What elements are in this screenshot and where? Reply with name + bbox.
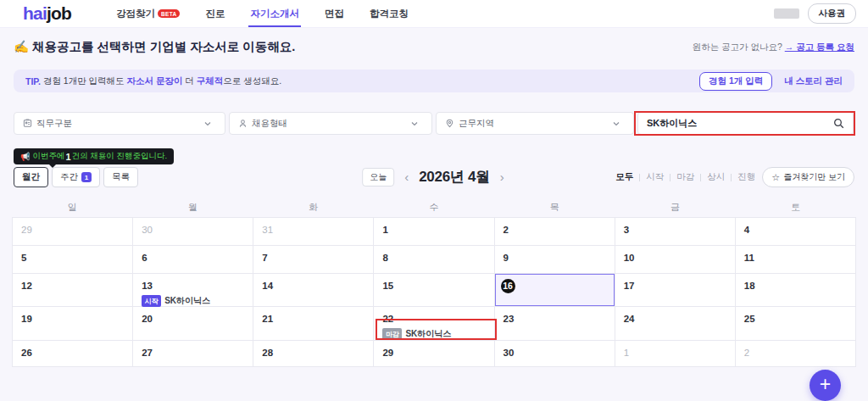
add-button[interactable]: + (810, 370, 841, 401)
calendar-cell[interactable]: 18 (736, 274, 855, 306)
status-filter-진행[interactable]: 진행 (737, 171, 755, 183)
search-input[interactable] (647, 119, 833, 129)
calendar-cell[interactable]: 11 (736, 246, 855, 273)
license-button[interactable]: 사용권 (808, 3, 857, 24)
calendar-cell[interactable]: 15 (374, 274, 493, 306)
calendar-cell[interactable]: 5 (13, 246, 132, 273)
nav-item-면접[interactable]: 면접 (312, 0, 357, 27)
headline-row: ✍️채용공고를 선택하면 기업별 자소서로 이동해요. 원하는 공고가 없나요?… (14, 39, 854, 55)
calendar-cell[interactable]: 20 (133, 307, 253, 340)
calendar-cell[interactable]: 1 (615, 341, 735, 366)
calendar-cell[interactable]: 10 (615, 246, 735, 273)
filter-bar: 직무구분 채용형태 근무지역 (14, 112, 854, 135)
nav-item-진로[interactable]: 진로 (192, 0, 237, 27)
view-button-목록[interactable]: 목록 (103, 167, 138, 187)
calendar-cell[interactable]: 29 (13, 218, 132, 245)
calendar-cell[interactable]: 31 (253, 218, 373, 245)
person-icon (238, 119, 248, 128)
calendar-cell[interactable]: 25 (736, 307, 855, 340)
nav-item-label: 강점찾기 (116, 8, 155, 20)
status-filter-모두[interactable]: 모두 (615, 171, 633, 183)
calendar-cell[interactable]: 30 (133, 218, 253, 245)
event-label: SK하이닉스 (405, 328, 451, 340)
nav-item-합격코칭[interactable]: 합격코칭 (357, 0, 421, 27)
location-pin-icon (445, 119, 454, 128)
day-header: 토 (736, 198, 856, 216)
nav-item-자기소개서[interactable]: 자기소개서 (237, 0, 312, 27)
calendar-cell[interactable]: 28 (253, 341, 373, 366)
logo[interactable]: haijob (23, 3, 71, 24)
status-filter-시작[interactable]: 시작 (646, 171, 664, 183)
favorites-only-button[interactable]: ☆ 즐겨찾기만 보기 (762, 167, 854, 187)
date-number: 26 (21, 348, 32, 358)
nav-item-label: 진로 (205, 8, 225, 20)
calendar-cell[interactable]: 24 (615, 307, 735, 340)
calendar-cell[interactable]: 22마감SK하이닉스 (374, 307, 493, 340)
view-button-주간[interactable]: 주간1 (52, 167, 100, 187)
day-header: 화 (253, 198, 374, 216)
view-button-label: 월간 (22, 171, 40, 183)
company-search-box[interactable] (637, 112, 854, 135)
id-card-icon (23, 119, 32, 128)
calendar-cell[interactable]: 14 (253, 274, 373, 306)
calendar-cell[interactable]: 1 (374, 218, 493, 245)
calendar-cell[interactable]: 23 (495, 307, 615, 340)
register-notice-link[interactable]: → 공고 등록 요청 (785, 42, 854, 52)
calendar-cell[interactable]: 12 (13, 274, 132, 306)
separator (700, 174, 701, 181)
search-icon[interactable] (833, 118, 844, 129)
event-badge: 마감 (382, 328, 402, 340)
date-number: 27 (142, 348, 153, 358)
calendar-cell[interactable]: 27 (133, 341, 253, 366)
event-label: SK하이닉스 (164, 295, 210, 307)
date-number: 16 (501, 279, 515, 293)
date-number: 17 (624, 281, 635, 291)
calendar-cell[interactable]: 2 (495, 218, 615, 245)
job-category-label: 직무구분 (36, 118, 72, 130)
nav-item-강점찾기[interactable]: 강점찾기BETA (103, 0, 192, 27)
day-header: 월 (132, 198, 253, 216)
my-story-link[interactable]: 내 스토리 관리 (784, 75, 843, 87)
job-category-dropdown[interactable]: 직무구분 (14, 112, 225, 135)
calendar-cell[interactable]: 26 (13, 341, 132, 366)
employment-type-dropdown[interactable]: 채용형태 (229, 112, 432, 135)
calendar-cell[interactable]: 6 (133, 246, 253, 273)
calendar-cell[interactable]: 17 (615, 274, 735, 306)
date-number: 11 (744, 253, 754, 263)
calendar-cell[interactable]: 19 (13, 307, 132, 340)
prev-month-icon[interactable]: ‹ (403, 170, 410, 183)
calendar-cell[interactable]: 7 (253, 246, 373, 273)
calendar-cell[interactable]: 29 (374, 341, 493, 366)
date-number: 5 (21, 253, 26, 263)
view-toggle: 월간주간1목록 (14, 167, 138, 187)
calendar-cell[interactable]: 9 (495, 246, 615, 273)
status-filter-상시[interactable]: 상시 (707, 171, 725, 183)
date-number: 10 (624, 253, 635, 263)
next-month-icon[interactable]: › (498, 170, 506, 183)
count-badge: 1 (81, 172, 92, 182)
event-chip[interactable]: 마감SK하이닉스 (382, 328, 493, 340)
calendar-cell[interactable]: 30 (495, 341, 615, 366)
calendar-cell[interactable]: 4 (736, 218, 855, 245)
nav-right: 사용권 (774, 3, 857, 24)
calendar-cell[interactable]: 3 (615, 218, 735, 245)
calendar-cell[interactable]: 13시작SK하이닉스 (133, 274, 253, 306)
today-button[interactable]: 오늘 (362, 168, 394, 187)
experience-input-button[interactable]: 경험 1개 입력 (699, 72, 772, 91)
calendar-cell[interactable]: 2 (736, 341, 855, 366)
view-button-label: 주간 (60, 171, 78, 183)
view-button-월간[interactable]: 월간 (14, 167, 48, 187)
calendar-cell[interactable]: 16 (495, 274, 615, 306)
nav-item-label: 면접 (325, 8, 344, 20)
work-region-dropdown[interactable]: 근무지역 (436, 112, 634, 135)
date-number: 4 (744, 225, 749, 235)
status-filter-마감[interactable]: 마감 (676, 171, 694, 183)
date-number: 23 (504, 314, 515, 324)
calendar-cell[interactable]: 8 (374, 246, 493, 273)
event-chip[interactable]: 시작SK하이닉스 (142, 295, 253, 307)
hiring-count: 1 (66, 152, 71, 162)
calendar-cell[interactable]: 21 (253, 307, 373, 340)
redacted-username (774, 8, 799, 19)
date-number: 9 (504, 253, 509, 263)
date-number: 19 (21, 314, 32, 324)
